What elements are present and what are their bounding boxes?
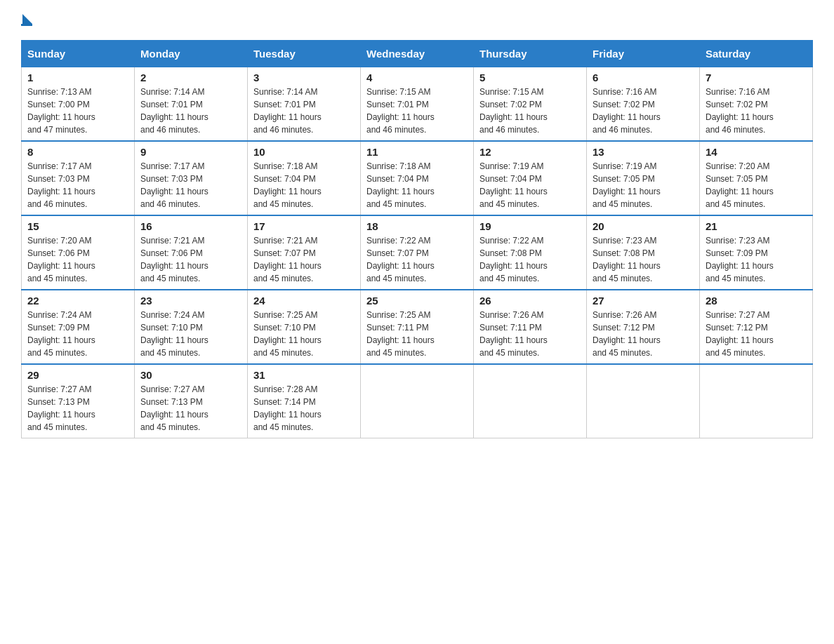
calendar-cell: 21 Sunrise: 7:23 AM Sunset: 7:09 PM Dayl… [700,215,813,290]
calendar-cell: 8 Sunrise: 7:17 AM Sunset: 7:03 PM Dayli… [22,141,135,215]
day-number: 10 [253,146,355,158]
day-number: 9 [140,146,241,158]
calendar-cell: 6 Sunrise: 7:16 AM Sunset: 7:02 PM Dayli… [587,67,700,142]
calendar-cell: 30 Sunrise: 7:27 AM Sunset: 7:13 PM Dayl… [135,364,248,438]
day-info: Sunrise: 7:21 AM Sunset: 7:07 PM Dayligh… [253,234,355,285]
day-info: Sunrise: 7:15 AM Sunset: 7:02 PM Dayligh… [479,86,581,136]
day-info: Sunrise: 7:16 AM Sunset: 7:02 PM Dayligh… [706,86,807,136]
day-number: 19 [479,220,581,232]
calendar-table: SundayMondayTuesdayWednesdayThursdayFrid… [21,40,813,438]
day-number: 28 [706,295,807,307]
day-info: Sunrise: 7:20 AM Sunset: 7:06 PM Dayligh… [27,234,128,285]
day-number: 30 [140,369,241,381]
day-info: Sunrise: 7:26 AM Sunset: 7:12 PM Dayligh… [593,309,694,359]
calendar-cell: 12 Sunrise: 7:19 AM Sunset: 7:04 PM Dayl… [474,141,587,215]
calendar-cell: 29 Sunrise: 7:27 AM Sunset: 7:13 PM Dayl… [22,364,135,438]
calendar-cell: 26 Sunrise: 7:26 AM Sunset: 7:11 PM Dayl… [474,290,587,364]
calendar-cell: 16 Sunrise: 7:21 AM Sunset: 7:06 PM Dayl… [135,215,248,290]
calendar-cell: 9 Sunrise: 7:17 AM Sunset: 7:03 PM Dayli… [135,141,248,215]
calendar-cell: 10 Sunrise: 7:18 AM Sunset: 7:04 PM Dayl… [248,141,361,215]
calendar-cell: 3 Sunrise: 7:14 AM Sunset: 7:01 PM Dayli… [248,67,361,142]
calendar-week-row: 29 Sunrise: 7:27 AM Sunset: 7:13 PM Dayl… [22,364,813,438]
calendar-cell: 15 Sunrise: 7:20 AM Sunset: 7:06 PM Dayl… [22,215,135,290]
day-info: Sunrise: 7:16 AM Sunset: 7:02 PM Dayligh… [593,86,694,136]
day-info: Sunrise: 7:27 AM Sunset: 7:12 PM Dayligh… [706,309,807,359]
day-number: 18 [366,220,468,232]
day-number: 1 [27,72,128,83]
day-info: Sunrise: 7:15 AM Sunset: 7:01 PM Dayligh… [366,86,468,136]
day-info: Sunrise: 7:22 AM Sunset: 7:08 PM Dayligh… [479,234,581,285]
calendar-cell: 28 Sunrise: 7:27 AM Sunset: 7:12 PM Dayl… [700,290,813,364]
logo [21,14,32,26]
calendar-cell [700,364,813,438]
day-info: Sunrise: 7:25 AM Sunset: 7:11 PM Dayligh… [366,309,468,359]
day-info: Sunrise: 7:27 AM Sunset: 7:13 PM Dayligh… [140,383,241,434]
calendar-cell: 27 Sunrise: 7:26 AM Sunset: 7:12 PM Dayl… [587,290,700,364]
day-number: 13 [593,146,694,158]
calendar-header-monday: Monday [135,41,248,67]
day-number: 11 [366,146,468,158]
calendar-cell: 7 Sunrise: 7:16 AM Sunset: 7:02 PM Dayli… [700,67,813,142]
day-info: Sunrise: 7:28 AM Sunset: 7:14 PM Dayligh… [253,383,355,434]
calendar-cell [361,364,474,438]
day-number: 26 [479,295,581,307]
calendar-header-row: SundayMondayTuesdayWednesdayThursdayFrid… [22,41,813,67]
day-info: Sunrise: 7:20 AM Sunset: 7:05 PM Dayligh… [706,160,807,210]
day-info: Sunrise: 7:19 AM Sunset: 7:05 PM Dayligh… [593,160,694,210]
day-info: Sunrise: 7:25 AM Sunset: 7:10 PM Dayligh… [253,309,355,359]
calendar-cell: 2 Sunrise: 7:14 AM Sunset: 7:01 PM Dayli… [135,67,248,142]
calendar-cell: 22 Sunrise: 7:24 AM Sunset: 7:09 PM Dayl… [22,290,135,364]
calendar-cell: 24 Sunrise: 7:25 AM Sunset: 7:10 PM Dayl… [248,290,361,364]
day-number: 8 [27,146,128,158]
calendar-cell: 11 Sunrise: 7:18 AM Sunset: 7:04 PM Dayl… [361,141,474,215]
calendar-cell: 25 Sunrise: 7:25 AM Sunset: 7:11 PM Dayl… [361,290,474,364]
calendar-cell: 17 Sunrise: 7:21 AM Sunset: 7:07 PM Dayl… [248,215,361,290]
logo-underline [21,24,32,26]
day-info: Sunrise: 7:14 AM Sunset: 7:01 PM Dayligh… [140,86,241,136]
day-number: 14 [706,146,807,158]
day-info: Sunrise: 7:23 AM Sunset: 7:08 PM Dayligh… [593,234,694,285]
calendar-header-thursday: Thursday [474,41,587,67]
day-number: 24 [253,295,355,307]
day-info: Sunrise: 7:22 AM Sunset: 7:07 PM Dayligh… [366,234,468,285]
day-number: 12 [479,146,581,158]
calendar-cell: 5 Sunrise: 7:15 AM Sunset: 7:02 PM Dayli… [474,67,587,142]
day-number: 27 [593,295,694,307]
calendar-cell: 14 Sunrise: 7:20 AM Sunset: 7:05 PM Dayl… [700,141,813,215]
day-number: 17 [253,220,355,232]
day-number: 7 [706,72,807,83]
calendar-header-friday: Friday [587,41,700,67]
day-number: 21 [706,220,807,232]
day-info: Sunrise: 7:13 AM Sunset: 7:00 PM Dayligh… [27,86,128,136]
day-info: Sunrise: 7:27 AM Sunset: 7:13 PM Dayligh… [27,383,128,434]
calendar-header-saturday: Saturday [700,41,813,67]
day-number: 23 [140,295,241,307]
day-info: Sunrise: 7:17 AM Sunset: 7:03 PM Dayligh… [140,160,241,210]
calendar-week-row: 8 Sunrise: 7:17 AM Sunset: 7:03 PM Dayli… [22,141,813,215]
day-number: 16 [140,220,241,232]
calendar-week-row: 22 Sunrise: 7:24 AM Sunset: 7:09 PM Dayl… [22,290,813,364]
day-number: 31 [253,369,355,381]
calendar-cell: 31 Sunrise: 7:28 AM Sunset: 7:14 PM Dayl… [248,364,361,438]
day-info: Sunrise: 7:18 AM Sunset: 7:04 PM Dayligh… [253,160,355,210]
day-info: Sunrise: 7:24 AM Sunset: 7:10 PM Dayligh… [140,309,241,359]
calendar-week-row: 1 Sunrise: 7:13 AM Sunset: 7:00 PM Dayli… [22,67,813,142]
calendar-header-wednesday: Wednesday [361,41,474,67]
calendar-cell: 4 Sunrise: 7:15 AM Sunset: 7:01 PM Dayli… [361,67,474,142]
day-number: 2 [140,72,241,83]
day-number: 20 [593,220,694,232]
day-number: 15 [27,220,128,232]
calendar-cell: 1 Sunrise: 7:13 AM Sunset: 7:00 PM Dayli… [22,67,135,142]
calendar-header-sunday: Sunday [22,41,135,67]
calendar-cell: 13 Sunrise: 7:19 AM Sunset: 7:05 PM Dayl… [587,141,700,215]
day-number: 25 [366,295,468,307]
day-info: Sunrise: 7:14 AM Sunset: 7:01 PM Dayligh… [253,86,355,136]
day-number: 6 [593,72,694,83]
calendar-week-row: 15 Sunrise: 7:20 AM Sunset: 7:06 PM Dayl… [22,215,813,290]
day-info: Sunrise: 7:24 AM Sunset: 7:09 PM Dayligh… [27,309,128,359]
day-number: 29 [27,369,128,381]
day-info: Sunrise: 7:21 AM Sunset: 7:06 PM Dayligh… [140,234,241,285]
day-info: Sunrise: 7:19 AM Sunset: 7:04 PM Dayligh… [479,160,581,210]
calendar-cell: 19 Sunrise: 7:22 AM Sunset: 7:08 PM Dayl… [474,215,587,290]
calendar-header-tuesday: Tuesday [248,41,361,67]
